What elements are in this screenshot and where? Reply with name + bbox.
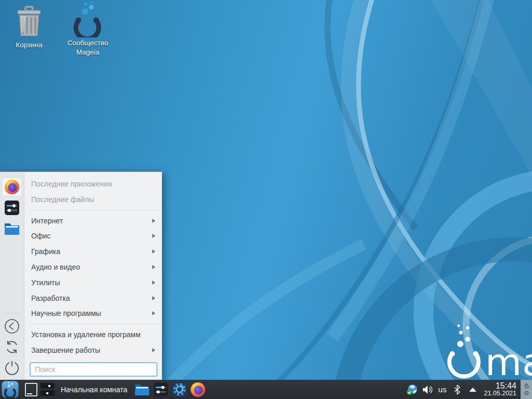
submenu-arrow-icon [152, 265, 155, 269]
back-icon[interactable] [3, 317, 21, 335]
gear-icon [171, 381, 188, 397]
task-button[interactable]: Начальная комната [61, 385, 127, 394]
desktop-icon-mageia-community[interactable]: Сообщество Mageia [59, 3, 116, 57]
power-icon[interactable] [3, 359, 21, 377]
pager-desktop-1[interactable] [41, 383, 55, 389]
submenu-arrow-icon [152, 234, 155, 238]
virtual-desktop-pager[interactable] [41, 383, 55, 396]
submenu-arrow-icon [152, 311, 155, 315]
volume-tray-icon[interactable] [420, 383, 435, 396]
network-tray-icon[interactable] [404, 383, 420, 396]
menu-item-office[interactable]: Офис [24, 228, 162, 244]
clock-date: 21.05.2021 [484, 390, 516, 397]
menu-item-development[interactable]: Разработка [24, 290, 162, 306]
application-menu: Последние приложения Последние файлы Инт… [0, 171, 162, 380]
submenu-arrow-icon [152, 219, 155, 223]
sliders-icon [153, 382, 168, 397]
system-settings-icon[interactable] [3, 199, 21, 217]
menu-item-audio-video[interactable]: Аудио и видео [24, 259, 162, 275]
trash-icon [12, 5, 46, 38]
taskbar-panel: Начальная комната [0, 380, 532, 399]
file-manager-launcher[interactable] [132, 380, 151, 399]
menu-item-graphics[interactable]: Графика [24, 244, 162, 259]
mageia-menu-icon [2, 381, 19, 398]
submenu-arrow-icon [152, 249, 155, 254]
desktop-icon-label: Корзина [16, 41, 42, 50]
submenu-arrow-icon [152, 281, 155, 285]
menu-search-input[interactable] [30, 362, 157, 377]
pager-desktop-2[interactable] [41, 390, 55, 396]
submenu-arrow-icon [152, 348, 155, 352]
mageia-cauldron-icon [71, 3, 104, 36]
menu-item-internet[interactable]: Интернет [24, 213, 162, 229]
lock-icon [524, 383, 529, 388]
show-desktop-button[interactable] [25, 383, 37, 396]
panel-settings-icon [524, 391, 529, 395]
menu-item-recent-apps[interactable]: Последние приложения [24, 176, 162, 192]
menu-item-leave[interactable]: Завершение работы [24, 342, 162, 358]
sidebar-separator [3, 313, 21, 313]
clock-time: 15:44 [484, 381, 516, 391]
system-settings-launcher[interactable] [151, 380, 170, 399]
menu-separator [30, 324, 157, 324]
menu-item-science[interactable]: Научные программы [24, 306, 162, 322]
desktop: mag mag Корзина [0, 0, 532, 399]
wallpaper-logo-text: mag [485, 340, 532, 384]
menu-item-recent-files[interactable]: Последние файлы [24, 192, 162, 207]
mageia-control-center-launcher[interactable] [170, 380, 189, 399]
menu-item-install-remove[interactable]: Установка и удаление программ [24, 327, 162, 342]
panel-toolbox[interactable] [521, 380, 532, 399]
desktop-icon-label: Сообщество Mageia [59, 38, 116, 57]
menu-separator [30, 210, 157, 210]
submenu-arrow-icon [152, 296, 155, 300]
digital-clock[interactable]: 15:44 21.05.2021 [484, 381, 516, 397]
file-manager-icon[interactable] [3, 220, 21, 237]
menu-item-utilities[interactable]: Утилиты [24, 275, 162, 290]
tray-expander-arrow[interactable] [465, 388, 481, 392]
bluetooth-tray-icon[interactable] [449, 384, 465, 395]
folder-icon [134, 382, 150, 396]
menu-items: Последние приложения Последние файлы Инт… [24, 172, 162, 380]
wallpaper-mageia-logo: mag [449, 325, 532, 384]
firefox-launcher[interactable] [189, 380, 207, 399]
firefox-icon [190, 382, 206, 397]
refresh-icon[interactable] [3, 338, 21, 356]
desktop-icon-trash[interactable]: Корзина [1, 5, 58, 50]
keyboard-layout-indicator[interactable]: us [435, 385, 450, 394]
application-launcher-button[interactable] [0, 380, 20, 399]
menu-sidebar [0, 172, 24, 380]
firefox-icon[interactable] [3, 178, 21, 196]
